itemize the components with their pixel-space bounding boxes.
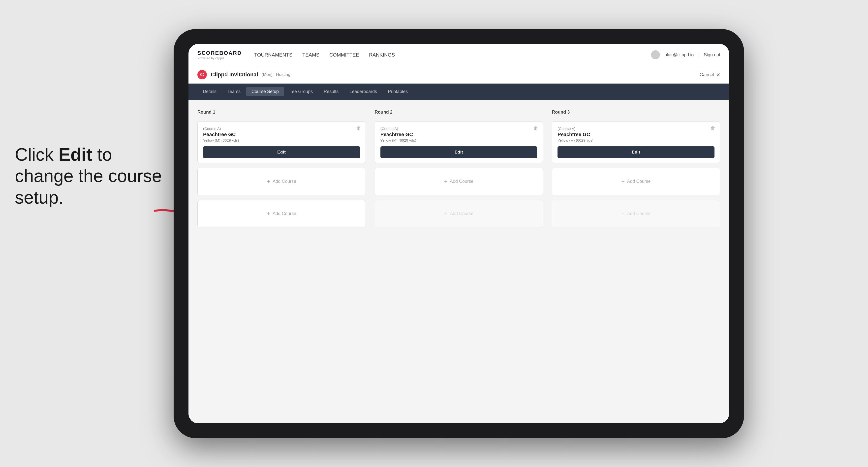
round-1-edit-button[interactable]: Edit	[203, 146, 360, 158]
round-2-course-label: (Course A)	[380, 126, 537, 131]
sub-header-right: Cancel ✕	[700, 72, 720, 77]
round-3-course-name: Peachtree GC	[558, 132, 714, 137]
nav-links: TOURNAMENTS TEAMS COMMITTEE RANKINGS	[254, 51, 651, 59]
round-3-column: Round 3 🗑 (Course A) Peachtree GC Yellow…	[552, 110, 720, 227]
plus-icon-r3-2: +	[621, 211, 625, 217]
event-title: Clippd Invitational	[211, 71, 258, 78]
tab-tee-groups[interactable]: Tee Groups	[284, 87, 318, 96]
round-2-course-card: 🗑 (Course A) Peachtree GC Yellow (M) (66…	[375, 121, 543, 163]
round-1-course-card: 🗑 (Course A) Peachtree GC Yellow (M) (66…	[197, 121, 366, 163]
round-2-add-label-1: Add Course	[450, 179, 473, 184]
tabs-bar: Details Teams Course Setup Tee Groups Re…	[188, 84, 729, 100]
plus-icon-r1-1: +	[267, 178, 270, 185]
nav-divider: |	[698, 52, 700, 58]
round-2-add-course-2: + Add Course	[375, 200, 543, 227]
sign-out-link[interactable]: Sign out	[704, 52, 720, 58]
round-3-edit-button[interactable]: Edit	[558, 146, 714, 158]
round-3-course-label: (Course A)	[558, 126, 714, 131]
user-avatar	[651, 50, 660, 59]
plus-icon-r3-1: +	[621, 178, 625, 185]
sub-header: C Clippd Invitational (Men) Hosting Canc…	[188, 66, 729, 84]
round-3-add-label-2: Add Course	[627, 211, 651, 216]
round-1-column: Round 1 🗑 (Course A) Peachtree GC Yellow…	[197, 110, 366, 227]
rounds-grid: Round 1 🗑 (Course A) Peachtree GC Yellow…	[197, 110, 720, 227]
logo-area: SCOREBOARD Powered by clippd	[197, 50, 242, 60]
cancel-label: Cancel	[700, 72, 714, 77]
round-2-course-details: Yellow (M) (6629 yds)	[380, 138, 537, 142]
round-2-course-name: Peachtree GC	[380, 132, 537, 137]
round-1-course-name: Peachtree GC	[203, 132, 360, 137]
round-1-add-course-1[interactable]: + Add Course	[197, 168, 366, 195]
tab-details[interactable]: Details	[197, 87, 222, 96]
round-2-edit-button[interactable]: Edit	[380, 146, 537, 158]
top-nav: SCOREBOARD Powered by clippd TOURNAMENTS…	[188, 44, 729, 66]
plus-icon-r1-2: +	[267, 211, 270, 217]
event-logo: C	[197, 70, 207, 80]
hosting-label: Hosting	[276, 72, 290, 77]
tab-printables[interactable]: Printables	[382, 87, 413, 96]
round-2-add-label-2: Add Course	[450, 211, 473, 216]
nav-right: blair@clippd.io | Sign out	[651, 50, 720, 59]
round-1-course-label: (Course A)	[203, 126, 360, 131]
scoreboard-logo: SCOREBOARD	[197, 50, 242, 56]
round-3-add-label-1: Add Course	[627, 179, 651, 184]
cancel-button[interactable]: Cancel ✕	[700, 72, 720, 77]
round-3-course-details: Yellow (M) (6629 yds)	[558, 138, 714, 142]
nav-teams[interactable]: TEAMS	[302, 51, 319, 59]
round-1-delete-icon[interactable]: 🗑	[356, 125, 361, 131]
round-1-add-label-2: Add Course	[273, 211, 296, 216]
annotation-text: Click Edit to change the course setup.	[15, 144, 168, 208]
tab-results[interactable]: Results	[318, 87, 344, 96]
round-3-course-card: 🗑 (Course A) Peachtree GC Yellow (M) (66…	[552, 121, 720, 163]
round-3-add-course-2: + Add Course	[552, 200, 720, 227]
annotation-highlight: Edit	[59, 145, 92, 164]
plus-icon-r2-1: +	[444, 178, 447, 185]
event-badge: (Men)	[261, 72, 273, 77]
nav-rankings[interactable]: RANKINGS	[369, 51, 395, 59]
tablet-device: SCOREBOARD Powered by clippd TOURNAMENTS…	[174, 29, 744, 438]
close-icon: ✕	[716, 72, 720, 77]
round-1-add-label-1: Add Course	[273, 179, 296, 184]
user-email: blair@clippd.io	[664, 52, 694, 58]
round-3-label: Round 3	[552, 110, 720, 115]
round-1-label: Round 1	[197, 110, 366, 115]
round-1-add-course-2[interactable]: + Add Course	[197, 200, 366, 227]
round-2-delete-icon[interactable]: 🗑	[533, 125, 538, 131]
round-2-add-course-1[interactable]: + Add Course	[375, 168, 543, 195]
round-3-add-course-1[interactable]: + Add Course	[552, 168, 720, 195]
tab-leaderboards[interactable]: Leaderboards	[344, 87, 382, 96]
tab-course-setup[interactable]: Course Setup	[246, 87, 284, 96]
nav-tournaments[interactable]: TOURNAMENTS	[254, 51, 292, 59]
nav-committee[interactable]: COMMITTEE	[329, 51, 359, 59]
tablet-screen: SCOREBOARD Powered by clippd TOURNAMENTS…	[188, 44, 729, 423]
round-2-column: Round 2 🗑 (Course A) Peachtree GC Yellow…	[375, 110, 543, 227]
logo-powered: Powered by clippd	[197, 56, 242, 60]
round-3-delete-icon[interactable]: 🗑	[711, 125, 715, 131]
tab-teams[interactable]: Teams	[222, 87, 246, 96]
main-content: Round 1 🗑 (Course A) Peachtree GC Yellow…	[188, 100, 729, 423]
round-1-course-details: Yellow (M) (6629 yds)	[203, 138, 360, 142]
round-2-label: Round 2	[375, 110, 543, 115]
plus-icon-r2-2: +	[444, 211, 447, 217]
